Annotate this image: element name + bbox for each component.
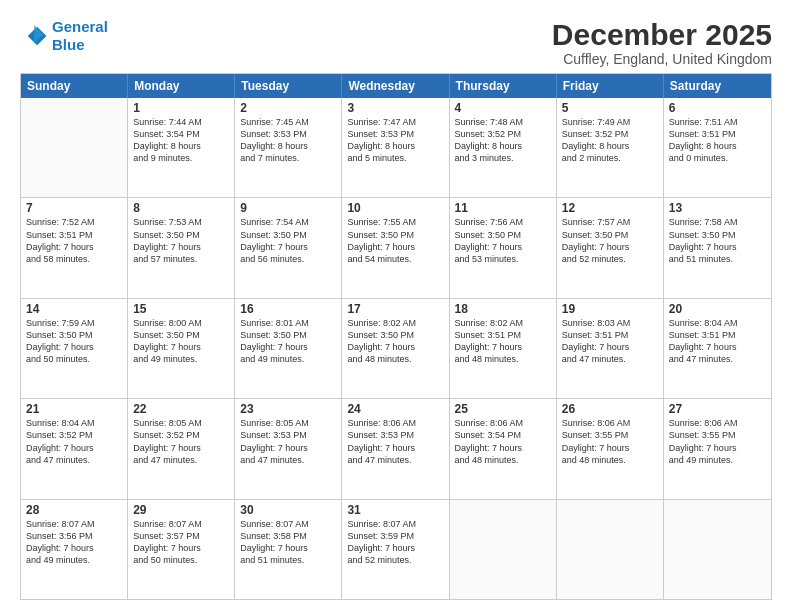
day-number: 18 <box>455 302 551 316</box>
cell-info: Sunrise: 8:07 AM Sunset: 3:57 PM Dayligh… <box>133 518 229 567</box>
cell-info: Sunrise: 8:02 AM Sunset: 3:51 PM Dayligh… <box>455 317 551 366</box>
cell-info: Sunrise: 8:04 AM Sunset: 3:51 PM Dayligh… <box>669 317 766 366</box>
day-number: 17 <box>347 302 443 316</box>
cal-cell: 7Sunrise: 7:52 AM Sunset: 3:51 PM Daylig… <box>21 198 128 297</box>
day-header-thursday: Thursday <box>450 74 557 98</box>
cal-cell <box>21 98 128 197</box>
day-number: 9 <box>240 201 336 215</box>
day-number: 4 <box>455 101 551 115</box>
day-header-friday: Friday <box>557 74 664 98</box>
cell-info: Sunrise: 8:00 AM Sunset: 3:50 PM Dayligh… <box>133 317 229 366</box>
cell-info: Sunrise: 7:56 AM Sunset: 3:50 PM Dayligh… <box>455 216 551 265</box>
cal-cell: 26Sunrise: 8:06 AM Sunset: 3:55 PM Dayli… <box>557 399 664 498</box>
cal-cell: 19Sunrise: 8:03 AM Sunset: 3:51 PM Dayli… <box>557 299 664 398</box>
cell-info: Sunrise: 7:49 AM Sunset: 3:52 PM Dayligh… <box>562 116 658 165</box>
day-number: 23 <box>240 402 336 416</box>
day-number: 5 <box>562 101 658 115</box>
cell-info: Sunrise: 8:06 AM Sunset: 3:54 PM Dayligh… <box>455 417 551 466</box>
cell-info: Sunrise: 8:07 AM Sunset: 3:56 PM Dayligh… <box>26 518 122 567</box>
cal-cell: 17Sunrise: 8:02 AM Sunset: 3:50 PM Dayli… <box>342 299 449 398</box>
day-header-sunday: Sunday <box>21 74 128 98</box>
day-number: 8 <box>133 201 229 215</box>
day-number: 24 <box>347 402 443 416</box>
calendar-body: 1Sunrise: 7:44 AM Sunset: 3:54 PM Daylig… <box>21 98 771 599</box>
cal-cell: 5Sunrise: 7:49 AM Sunset: 3:52 PM Daylig… <box>557 98 664 197</box>
cal-cell: 25Sunrise: 8:06 AM Sunset: 3:54 PM Dayli… <box>450 399 557 498</box>
day-number: 29 <box>133 503 229 517</box>
cell-info: Sunrise: 8:06 AM Sunset: 3:53 PM Dayligh… <box>347 417 443 466</box>
day-number: 22 <box>133 402 229 416</box>
week-row-3: 14Sunrise: 7:59 AM Sunset: 3:50 PM Dayli… <box>21 298 771 398</box>
cal-cell: 30Sunrise: 8:07 AM Sunset: 3:58 PM Dayli… <box>235 500 342 599</box>
cal-cell <box>664 500 771 599</box>
day-number: 2 <box>240 101 336 115</box>
logo-text: General Blue <box>52 18 108 54</box>
cal-cell: 15Sunrise: 8:00 AM Sunset: 3:50 PM Dayli… <box>128 299 235 398</box>
day-number: 19 <box>562 302 658 316</box>
week-row-2: 7Sunrise: 7:52 AM Sunset: 3:51 PM Daylig… <box>21 197 771 297</box>
cell-info: Sunrise: 7:55 AM Sunset: 3:50 PM Dayligh… <box>347 216 443 265</box>
cell-info: Sunrise: 8:04 AM Sunset: 3:52 PM Dayligh… <box>26 417 122 466</box>
day-number: 20 <box>669 302 766 316</box>
cal-cell: 28Sunrise: 8:07 AM Sunset: 3:56 PM Dayli… <box>21 500 128 599</box>
header: General Blue December 2025 Cuffley, Engl… <box>20 18 772 67</box>
cal-cell: 29Sunrise: 8:07 AM Sunset: 3:57 PM Dayli… <box>128 500 235 599</box>
day-header-wednesday: Wednesday <box>342 74 449 98</box>
cal-cell: 3Sunrise: 7:47 AM Sunset: 3:53 PM Daylig… <box>342 98 449 197</box>
day-number: 26 <box>562 402 658 416</box>
cal-cell: 6Sunrise: 7:51 AM Sunset: 3:51 PM Daylig… <box>664 98 771 197</box>
cal-cell <box>557 500 664 599</box>
cal-cell: 27Sunrise: 8:06 AM Sunset: 3:55 PM Dayli… <box>664 399 771 498</box>
day-header-monday: Monday <box>128 74 235 98</box>
day-number: 13 <box>669 201 766 215</box>
cal-cell: 24Sunrise: 8:06 AM Sunset: 3:53 PM Dayli… <box>342 399 449 498</box>
cal-cell: 2Sunrise: 7:45 AM Sunset: 3:53 PM Daylig… <box>235 98 342 197</box>
day-header-tuesday: Tuesday <box>235 74 342 98</box>
cell-info: Sunrise: 7:44 AM Sunset: 3:54 PM Dayligh… <box>133 116 229 165</box>
cell-info: Sunrise: 7:59 AM Sunset: 3:50 PM Dayligh… <box>26 317 122 366</box>
cal-cell: 22Sunrise: 8:05 AM Sunset: 3:52 PM Dayli… <box>128 399 235 498</box>
day-number: 30 <box>240 503 336 517</box>
cell-info: Sunrise: 8:07 AM Sunset: 3:59 PM Dayligh… <box>347 518 443 567</box>
day-number: 25 <box>455 402 551 416</box>
cell-info: Sunrise: 8:03 AM Sunset: 3:51 PM Dayligh… <box>562 317 658 366</box>
day-number: 28 <box>26 503 122 517</box>
cell-info: Sunrise: 8:06 AM Sunset: 3:55 PM Dayligh… <box>562 417 658 466</box>
week-row-5: 28Sunrise: 8:07 AM Sunset: 3:56 PM Dayli… <box>21 499 771 599</box>
cal-cell: 20Sunrise: 8:04 AM Sunset: 3:51 PM Dayli… <box>664 299 771 398</box>
week-row-1: 1Sunrise: 7:44 AM Sunset: 3:54 PM Daylig… <box>21 98 771 197</box>
cal-cell: 12Sunrise: 7:57 AM Sunset: 3:50 PM Dayli… <box>557 198 664 297</box>
cell-info: Sunrise: 7:53 AM Sunset: 3:50 PM Dayligh… <box>133 216 229 265</box>
day-number: 12 <box>562 201 658 215</box>
cell-info: Sunrise: 7:52 AM Sunset: 3:51 PM Dayligh… <box>26 216 122 265</box>
day-number: 21 <box>26 402 122 416</box>
cell-info: Sunrise: 7:47 AM Sunset: 3:53 PM Dayligh… <box>347 116 443 165</box>
title-block: December 2025 Cuffley, England, United K… <box>552 18 772 67</box>
page: General Blue December 2025 Cuffley, Engl… <box>0 0 792 612</box>
cal-cell: 21Sunrise: 8:04 AM Sunset: 3:52 PM Dayli… <box>21 399 128 498</box>
calendar-header: SundayMondayTuesdayWednesdayThursdayFrid… <box>21 74 771 98</box>
day-number: 3 <box>347 101 443 115</box>
day-number: 31 <box>347 503 443 517</box>
cell-info: Sunrise: 8:02 AM Sunset: 3:50 PM Dayligh… <box>347 317 443 366</box>
day-number: 11 <box>455 201 551 215</box>
cal-cell: 10Sunrise: 7:55 AM Sunset: 3:50 PM Dayli… <box>342 198 449 297</box>
cell-info: Sunrise: 8:06 AM Sunset: 3:55 PM Dayligh… <box>669 417 766 466</box>
cal-cell: 18Sunrise: 8:02 AM Sunset: 3:51 PM Dayli… <box>450 299 557 398</box>
cal-cell: 1Sunrise: 7:44 AM Sunset: 3:54 PM Daylig… <box>128 98 235 197</box>
day-number: 6 <box>669 101 766 115</box>
cell-info: Sunrise: 8:01 AM Sunset: 3:50 PM Dayligh… <box>240 317 336 366</box>
cal-cell: 9Sunrise: 7:54 AM Sunset: 3:50 PM Daylig… <box>235 198 342 297</box>
cal-cell: 16Sunrise: 8:01 AM Sunset: 3:50 PM Dayli… <box>235 299 342 398</box>
cell-info: Sunrise: 7:45 AM Sunset: 3:53 PM Dayligh… <box>240 116 336 165</box>
month-title: December 2025 <box>552 18 772 51</box>
cell-info: Sunrise: 7:58 AM Sunset: 3:50 PM Dayligh… <box>669 216 766 265</box>
day-number: 15 <box>133 302 229 316</box>
cal-cell: 11Sunrise: 7:56 AM Sunset: 3:50 PM Dayli… <box>450 198 557 297</box>
cell-info: Sunrise: 7:48 AM Sunset: 3:52 PM Dayligh… <box>455 116 551 165</box>
cell-info: Sunrise: 7:57 AM Sunset: 3:50 PM Dayligh… <box>562 216 658 265</box>
cell-info: Sunrise: 7:51 AM Sunset: 3:51 PM Dayligh… <box>669 116 766 165</box>
cell-info: Sunrise: 8:05 AM Sunset: 3:52 PM Dayligh… <box>133 417 229 466</box>
day-number: 27 <box>669 402 766 416</box>
cal-cell: 14Sunrise: 7:59 AM Sunset: 3:50 PM Dayli… <box>21 299 128 398</box>
